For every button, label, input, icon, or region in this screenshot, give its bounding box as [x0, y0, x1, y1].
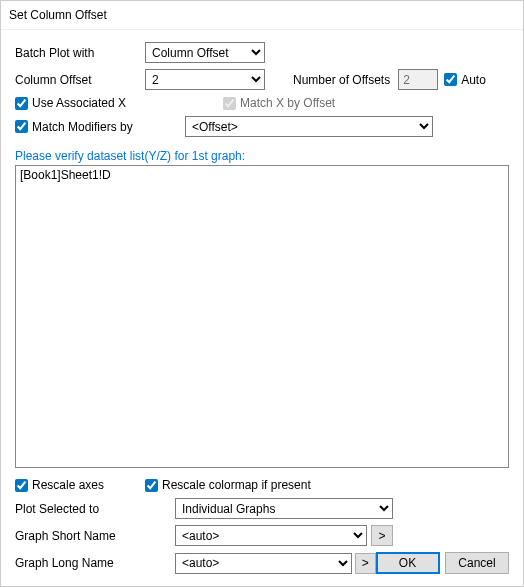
number-of-offsets-input[interactable]	[398, 69, 438, 90]
window-title: Set Column Offset	[9, 8, 107, 22]
match-x-by-offset-wrap: Match X by Offset	[223, 96, 335, 110]
graph-short-name-label: Graph Short Name	[15, 529, 175, 543]
batch-plot-with-label: Batch Plot with	[15, 46, 145, 60]
column-offset-select[interactable]: 2	[145, 69, 265, 90]
dialog-window: Set Column Offset Batch Plot with Column…	[0, 0, 524, 587]
graph-short-name-select[interactable]: <auto>	[175, 525, 367, 546]
use-associated-x-wrap[interactable]: Use Associated X	[15, 96, 145, 110]
use-associated-x-checkbox[interactable]	[15, 97, 28, 110]
match-modifiers-wrap[interactable]: Match Modifiers by	[15, 120, 155, 134]
graph-long-name-more-button[interactable]: >	[355, 553, 375, 574]
auto-checkbox[interactable]	[444, 73, 457, 86]
graph-short-name-more-button[interactable]: >	[371, 525, 393, 546]
match-x-by-offset-label: Match X by Offset	[240, 96, 335, 110]
column-offset-label: Column Offset	[15, 73, 145, 87]
titlebar: Set Column Offset	[1, 1, 523, 30]
rescale-axes-checkbox[interactable]	[15, 479, 28, 492]
match-modifiers-label: Match Modifiers by	[32, 120, 133, 134]
match-x-by-offset-checkbox	[223, 97, 236, 110]
ok-button[interactable]: OK	[376, 552, 440, 574]
dataset-listbox[interactable]: [Book1]Sheet1!D	[15, 165, 509, 468]
match-modifiers-select[interactable]: <Offset>	[185, 116, 433, 137]
auto-checkbox-wrap[interactable]: Auto	[444, 73, 486, 87]
rescale-colormap-wrap[interactable]: Rescale colormap if present	[145, 478, 311, 492]
rescale-colormap-label: Rescale colormap if present	[162, 478, 311, 492]
match-modifiers-checkbox[interactable]	[15, 120, 28, 133]
auto-checkbox-label: Auto	[461, 73, 486, 87]
graph-long-name-label: Graph Long Name	[15, 556, 175, 570]
cancel-button[interactable]: Cancel	[445, 552, 509, 574]
rescale-axes-wrap[interactable]: Rescale axes	[15, 478, 145, 492]
plot-selected-to-label: Plot Selected to	[15, 502, 175, 516]
use-associated-x-label: Use Associated X	[32, 96, 126, 110]
rescale-colormap-checkbox[interactable]	[145, 479, 158, 492]
plot-selected-to-select[interactable]: Individual Graphs	[175, 498, 393, 519]
content-area: Batch Plot with Column Offset Column Off…	[1, 30, 523, 586]
batch-plot-with-select[interactable]: Column Offset	[145, 42, 265, 63]
number-of-offsets-label: Number of Offsets	[293, 73, 390, 87]
list-item[interactable]: [Book1]Sheet1!D	[20, 168, 504, 182]
rescale-axes-label: Rescale axes	[32, 478, 104, 492]
verify-hint: Please verify dataset list(Y/Z) for 1st …	[15, 149, 509, 163]
graph-long-name-select[interactable]: <auto>	[175, 553, 352, 574]
